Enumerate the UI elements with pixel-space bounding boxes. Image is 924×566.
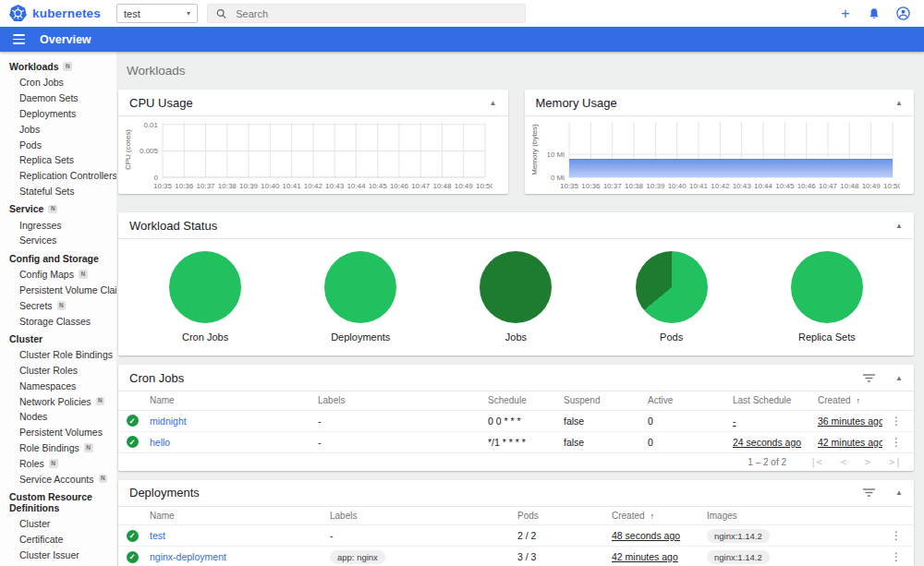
column-header-name[interactable]: Name [150,391,318,410]
filter-icon[interactable] [863,488,875,497]
sidebar-item-ingresses[interactable]: Ingresses [0,217,116,233]
sidebar-item-jobs[interactable]: Jobs [0,121,116,137]
first-page-icon[interactable]: |< [810,456,822,467]
kebab-menu-icon[interactable]: ⋮ [882,415,910,428]
sidebar-item-cluster[interactable]: Cluster [0,516,116,532]
sidebar-item-network-policies[interactable]: Network PoliciesN [0,393,116,409]
sidebar-item-daemon-sets[interactable]: Daemon Sets [0,90,116,106]
collapse-icon[interactable]: ▲ [895,374,903,382]
kebab-menu-icon[interactable]: ⋮ [882,550,910,563]
column-header-active[interactable]: Active [648,391,733,410]
collapse-icon[interactable]: ▲ [895,488,903,497]
namespace-select[interactable]: test ▾ [116,4,198,23]
svg-text:10:41: 10:41 [283,182,302,190]
relative-time[interactable]: 42 minutes ago [818,437,882,448]
status-ok-icon: ✓ [127,551,139,563]
cron-jobs-table: NameLabelsScheduleSuspendActiveLast Sche… [118,391,914,453]
previous-page-icon[interactable]: < [841,456,846,467]
kebab-menu-icon[interactable]: ⋮ [882,529,910,542]
search-bar[interactable] [207,4,526,23]
notifications-button[interactable] [866,6,882,22]
sidebar-item-services[interactable]: Services [0,233,116,248]
status-cell: ✓ [118,431,150,452]
sidebar-item-replication-controllers[interactable]: Replication Controllers [0,168,116,184]
sidebar-item-deployments[interactable]: Deployments [0,106,116,122]
labels-text: - [330,530,334,541]
sidebar-item-certificate[interactable]: Certificate [0,532,116,548]
name-cell: midnight [150,410,318,431]
deployment-link[interactable]: nginx-deployment [150,551,226,562]
svg-text:10:35: 10:35 [559,182,578,190]
pie-chart [480,251,552,323]
page-toolbar: Overview [0,27,924,52]
sidebar-item-nodes[interactable]: Nodes [0,409,116,425]
relative-time[interactable]: 48 seconds ago [612,530,680,541]
column-header-labels[interactable]: Labels [330,507,517,525]
namespaced-badge: N [63,62,72,71]
search-input[interactable] [236,8,517,19]
svg-text:10:37: 10:37 [602,182,622,190]
sidebar-item-namespaces[interactable]: Namespaces [0,379,116,394]
workload-pie-jobs: Jobs [442,251,590,343]
column-header-schedule[interactable]: Schedule [488,391,564,410]
svg-text:10:47: 10:47 [818,182,837,190]
sidebar-item-cluster-issuer[interactable]: Cluster Issuer [0,548,116,563]
workload-status-title: Workload Status [129,219,217,233]
pie-chart [324,251,396,323]
column-header-images[interactable]: Images [707,507,882,525]
actions-cell: ⋮ [882,525,914,547]
sidebar-item-secrets[interactable]: SecretsN [0,297,116,313]
account-button[interactable] [894,6,911,22]
sidebar-nav: WorkloadsNCron JobsDaemon SetsDeployment… [0,52,116,566]
column-header-status [118,507,150,525]
sidebar-item-persistent-volumes[interactable]: Persistent Volumes [0,425,116,440]
sidebar-item-stateful-sets[interactable]: Stateful Sets [0,183,116,199]
sidebar-item-pods[interactable]: Pods [0,137,116,152]
cron-job-link[interactable]: midnight [150,415,187,427]
column-header-name[interactable]: Name [150,507,330,525]
sidebar-item-storage-classes[interactable]: Storage Classes [0,313,116,329]
sidebar-item-cron-jobs[interactable]: Cron Jobs [0,75,116,90]
column-header-created[interactable]: Created↑ [818,391,882,410]
workload-status-card: Workload Status ▲ Cron JobsDeploymentsJo… [118,212,914,355]
status-cell: ✓ [118,410,150,431]
last-page-icon[interactable]: >| [889,456,901,467]
menu-hamburger-icon[interactable] [9,32,31,45]
sidebar-item-role-bindings[interactable]: Role BindingsN [0,440,116,456]
filter-icon[interactable] [863,374,875,382]
relative-time[interactable]: 24 seconds ago [733,437,801,448]
sidebar-item-roles[interactable]: RolesN [0,455,116,471]
column-header-labels[interactable]: Labels [318,391,488,410]
sidebar-section-custom-resource-definitions: Custom Resource Definitions [0,487,116,516]
sidebar-item-persistent-volume-claims[interactable]: Persistent Volume ClaimsN [0,283,116,298]
svg-text:10:48: 10:48 [432,182,452,190]
relative-time[interactable]: - [733,415,736,427]
images-cell: nginx:1.14.2 [707,525,882,547]
column-header-suspend[interactable]: Suspend [564,391,648,410]
chevron-down-icon: ▾ [187,9,190,18]
column-header-created[interactable]: Created↑ [612,507,707,525]
deployment-link[interactable]: test [150,530,165,541]
column-header-last-schedule[interactable]: Last Schedule [733,391,818,410]
next-page-icon[interactable]: > [865,456,870,467]
sidebar-item-cluster-role-bindings[interactable]: Cluster Role Bindings [0,347,116,363]
cron-job-link[interactable]: hello [150,437,170,448]
pie-chart [636,251,708,323]
last-schedule-cell: - [733,410,818,431]
column-header-pods[interactable]: Pods [517,507,612,525]
collapse-icon[interactable]: ▲ [895,222,903,230]
sidebar-item-cluster-roles[interactable]: Cluster Roles [0,363,116,379]
relative-time[interactable]: 36 minutes ago [818,415,882,427]
relative-time[interactable]: 42 minutes ago [612,551,678,562]
collapse-icon[interactable]: ▲ [895,99,903,107]
sidebar-item-replica-sets[interactable]: Replica Sets [0,152,116,168]
create-resource-button[interactable]: + [837,6,854,22]
sidebar-item-service-accounts[interactable]: Service AccountsN [0,471,116,487]
cron-jobs-title: Cron Jobs [129,371,184,385]
sidebar-item-config-maps[interactable]: Config MapsN [0,267,116,283]
collapse-icon[interactable]: ▲ [490,99,497,107]
created-cell: 48 seconds ago [612,525,707,547]
labels-cell: - [330,525,517,547]
kebab-menu-icon[interactable]: ⋮ [882,436,910,449]
kubernetes-logo-icon [9,5,27,22]
